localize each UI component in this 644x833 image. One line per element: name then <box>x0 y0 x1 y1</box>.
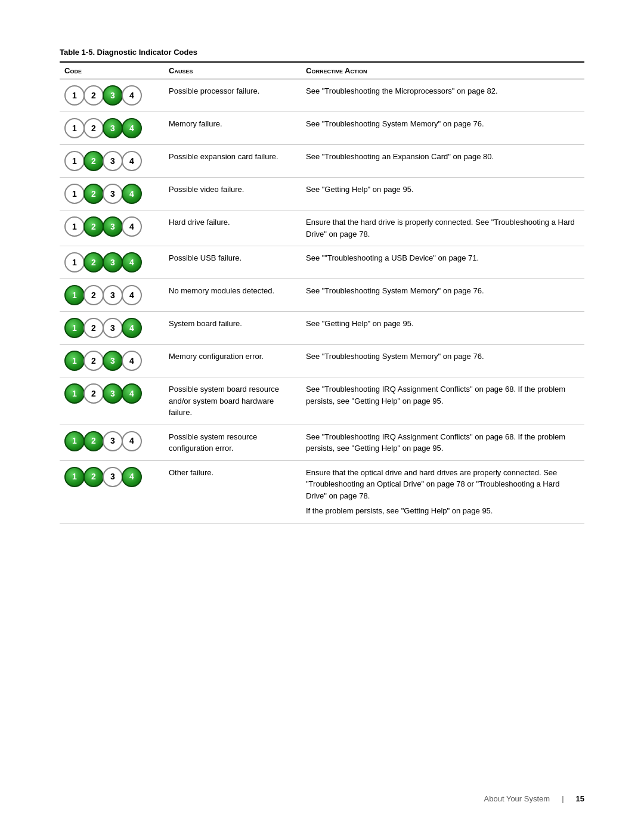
indicator-2: 2 <box>83 467 104 487</box>
code-cell: 1234 <box>60 79 164 112</box>
indicator-2: 2 <box>83 285 104 305</box>
causes-cell: Memory configuration error. <box>164 345 301 377</box>
indicator-4: 4 <box>122 318 142 338</box>
indicator-3: 3 <box>103 118 123 138</box>
indicator-2: 2 <box>83 318 104 338</box>
table-row: 1234Possible system board resource and/o… <box>60 377 584 425</box>
code-icons: 1234 <box>64 318 159 338</box>
indicator-2: 2 <box>83 252 104 272</box>
action-cell: See "Getting Help" on page 95. <box>301 178 584 210</box>
action-cell: See "Troubleshooting an Expansion Card" … <box>301 145 584 178</box>
action-cell: Ensure that the optical drive and hard d… <box>301 460 584 523</box>
indicator-3: 3 <box>103 285 123 305</box>
code-icons: 1234 <box>64 118 159 138</box>
indicator-1: 1 <box>64 85 85 106</box>
causes-cell: No memory modules detected. <box>164 279 301 312</box>
code-cell: 1234 <box>60 377 164 425</box>
indicator-2: 2 <box>83 383 104 404</box>
indicator-4: 4 <box>122 383 142 404</box>
indicator-3: 3 <box>103 351 123 371</box>
indicator-4: 4 <box>122 151 142 171</box>
code-icons: 1234 <box>64 252 159 272</box>
indicator-4: 4 <box>122 351 142 371</box>
indicator-1: 1 <box>64 318 85 338</box>
col-header-causes: Causes <box>164 62 301 79</box>
causes-cell: Possible video failure. <box>164 178 301 210</box>
code-icons: 1234 <box>64 85 159 106</box>
indicator-1: 1 <box>64 118 85 138</box>
code-icons: 1234 <box>64 431 159 451</box>
indicator-4: 4 <box>122 118 142 138</box>
table-row: 1234Memory configuration error.See "Trou… <box>60 345 584 377</box>
action-cell: See "Troubleshooting System Memory" on p… <box>301 345 584 377</box>
code-icons: 1234 <box>64 285 159 305</box>
action-cell: See "Troubleshooting the Microprocessors… <box>301 79 584 112</box>
code-icons: 1234 <box>64 467 159 487</box>
indicator-1: 1 <box>64 431 85 451</box>
table-row: 1234System board failure.See "Getting He… <box>60 312 584 345</box>
causes-cell: Possible system board resource and/or sy… <box>164 377 301 425</box>
action-cell: See "Getting Help" on page 95. <box>301 312 584 345</box>
footer-section-text: About Your System <box>484 794 550 803</box>
indicator-2: 2 <box>83 431 104 451</box>
causes-cell: Memory failure. <box>164 112 301 145</box>
causes-cell: Possible processor failure. <box>164 79 301 112</box>
code-cell: 1234 <box>60 312 164 345</box>
indicator-4: 4 <box>122 431 142 451</box>
table-row: 1234Memory failure.See "Troubleshooting … <box>60 112 584 145</box>
indicator-2: 2 <box>83 184 104 204</box>
indicator-1: 1 <box>64 184 85 204</box>
indicator-2: 2 <box>83 151 104 171</box>
code-icons: 1234 <box>64 351 159 371</box>
footer-page-number: 15 <box>576 794 584 803</box>
indicator-3: 3 <box>103 151 123 171</box>
code-cell: 1234 <box>60 246 164 279</box>
indicator-3: 3 <box>103 318 123 338</box>
page-footer: About Your System | 15 <box>484 794 584 803</box>
indicator-1: 1 <box>64 252 85 272</box>
table-row: 1234Hard drive failure.Ensure that the h… <box>60 210 584 246</box>
table-row: 1234Possible expansion card failure.See … <box>60 145 584 178</box>
diagnostic-table: Code Causes Corrective Action 1234Possib… <box>60 61 584 524</box>
table-header-row: Code Causes Corrective Action <box>60 62 584 79</box>
causes-cell: Hard drive failure. <box>164 210 301 246</box>
code-cell: 1234 <box>60 425 164 460</box>
action-cell: See "Troubleshooting IRQ Assignment Conf… <box>301 377 584 425</box>
code-cell: 1234 <box>60 178 164 210</box>
code-icons: 1234 <box>64 151 159 171</box>
table-row: 1234Possible video failure.See "Getting … <box>60 178 584 210</box>
code-cell: 1234 <box>60 279 164 312</box>
code-icons: 1234 <box>64 383 159 404</box>
col-header-code: Code <box>60 62 164 79</box>
page-container: Table 1-5. Diagnostic Indicator Codes Co… <box>0 0 644 571</box>
indicator-3: 3 <box>103 431 123 451</box>
indicator-4: 4 <box>122 252 142 272</box>
action-cell: See "Troubleshooting System Memory" on p… <box>301 112 584 145</box>
causes-cell: Possible USB failure. <box>164 246 301 279</box>
causes-cell: Possible expansion card failure. <box>164 145 301 178</box>
indicator-4: 4 <box>122 184 142 204</box>
action-cell: Ensure that the hard drive is properly c… <box>301 210 584 246</box>
action-cell: See "Troubleshooting IRQ Assignment Conf… <box>301 425 584 460</box>
indicator-2: 2 <box>83 85 104 106</box>
indicator-3: 3 <box>103 252 123 272</box>
code-cell: 1234 <box>60 210 164 246</box>
indicator-3: 3 <box>103 383 123 404</box>
table-row: 1234Possible system resource configurati… <box>60 425 584 460</box>
indicator-3: 3 <box>103 467 123 487</box>
indicator-1: 1 <box>64 351 85 371</box>
indicator-2: 2 <box>83 351 104 371</box>
indicator-4: 4 <box>122 85 142 106</box>
footer-pipe: | <box>562 794 564 803</box>
indicator-3: 3 <box>103 216 123 237</box>
indicator-4: 4 <box>122 285 142 305</box>
indicator-1: 1 <box>64 467 85 487</box>
indicator-1: 1 <box>64 285 85 305</box>
causes-cell: System board failure. <box>164 312 301 345</box>
indicator-3: 3 <box>103 184 123 204</box>
code-icons: 1234 <box>64 216 159 237</box>
code-cell: 1234 <box>60 145 164 178</box>
col-header-action: Corrective Action <box>301 62 584 79</box>
indicator-1: 1 <box>64 151 85 171</box>
indicator-2: 2 <box>83 118 104 138</box>
